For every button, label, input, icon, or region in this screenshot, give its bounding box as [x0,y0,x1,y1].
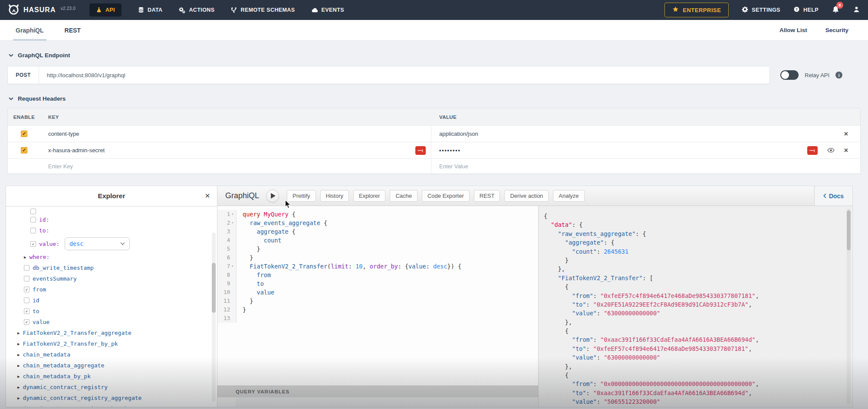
field-checkbox[interactable] [30,209,36,214]
toolbar-button-code-exporter[interactable]: Code Exporter [422,190,470,202]
new-header-key-input[interactable] [48,163,393,170]
expand-arrow-icon[interactable]: ▶ [17,353,20,357]
results-scrollbar[interactable] [847,209,851,404]
reveal-value-icon[interactable] [827,147,835,154]
account-button[interactable] [853,6,860,15]
endpoint-url-input[interactable] [39,66,769,84]
explorer-scrollbar[interactable] [212,232,216,402]
allow-list-link[interactable]: Allow List [779,27,807,33]
enable-checkbox[interactable]: ✓ [21,131,27,137]
field-checkbox[interactable] [30,217,36,222]
scrollbar-thumb[interactable] [212,263,216,313]
explorer-item-to[interactable]: ✓to [6,306,217,317]
explorer-item-value[interactable]: ✓value [6,317,217,327]
field-checkbox[interactable]: ✓ [24,319,30,325]
field-checkbox[interactable]: ✓ [24,308,30,314]
lastpass-icon[interactable]: •••| [807,146,818,155]
nav-item-data[interactable]: DATA [138,7,162,13]
expand-arrow-icon[interactable]: ▶ [17,374,20,379]
toolbar-button-derive-action[interactable]: Derive action [504,190,549,202]
nav-item-events[interactable]: EVENTS [312,7,344,13]
fork-icon [231,7,237,13]
toolbar-button-explorer[interactable]: Explorer [353,190,385,202]
explorer-item-chain_metadata_aggregate[interactable]: ▶chain_metadata_aggregate [6,360,217,371]
explorer-item-chain_metadata_by_pk[interactable]: ▶chain_metadata_by_pk [6,371,217,382]
header-key[interactable]: x-hasura-admin-secret [48,147,105,154]
fold-arrow-icon[interactable]: ▾ [231,219,233,227]
lastpass-icon[interactable]: •••| [415,146,426,155]
field-checkbox[interactable]: ✓ [24,287,30,292]
explorer-item-id[interactable]: id [6,295,217,306]
close-icon[interactable]: × [205,191,210,200]
help-button[interactable]: ? HELP [793,6,819,14]
hasura-brand[interactable]: HASURA v2.23.0 [8,3,76,17]
expand-arrow-icon[interactable]: ▶ [17,363,20,368]
flask-icon [96,7,102,13]
nav-item-actions[interactable]: ACTIONS [179,7,214,13]
security-link[interactable]: Security [825,27,848,33]
field-checkbox[interactable]: ✓ [30,241,36,247]
line-number: 2▾ [217,219,237,227]
explorer-item-chain_metadata[interactable]: ▶chain_metadata [6,349,217,360]
field-checkbox[interactable] [24,298,30,303]
expand-arrow-icon[interactable]: ▶ [17,396,20,400]
sort-order-dropdown[interactable]: desc [65,237,130,250]
query-editor[interactable]: 1▾query MyQuery {2▾ raw_events_aggregate… [217,206,538,386]
results-pane[interactable]: { "data": { "raw_events_aggregate": { "a… [539,206,852,407]
fold-arrow-icon[interactable]: ▾ [231,262,233,271]
fold-arrow-icon[interactable]: ▾ [231,210,233,219]
field-checkbox[interactable] [24,276,30,281]
explorer-item-value[interactable]: ✓value:desc [6,236,217,252]
remove-header-icon[interactable]: × [844,131,848,137]
field-checkbox[interactable] [30,228,36,233]
new-header-value-input[interactable] [439,163,818,170]
header-value[interactable]: application/json [439,131,478,137]
enterprise-button[interactable]: ENTERPRISE [664,3,729,17]
request-headers-section-header[interactable]: Request Headers [9,95,868,102]
expand-arrow-icon[interactable]: ▶ [17,342,20,346]
relay-api-toggle[interactable] [780,70,799,80]
expand-arrow-icon[interactable]: ▶ [17,385,20,389]
graphql-endpoint-section-header[interactable]: GraphQL Endpoint [9,52,868,59]
explorer-item-dynamic_contract_registry_by_pk[interactable]: ▶dynamic_contract_registry_by_pk [6,403,217,407]
toolbar-button-analyze[interactable]: Analyze [553,190,584,202]
toolbar-button-history[interactable]: History [320,190,349,202]
execute-query-button[interactable] [266,190,279,203]
toolbar-button-cache[interactable]: Cache [390,190,418,202]
explorer-item-FiatTokenV2_2_Transfer_aggregate[interactable]: ▶FiatTokenV2_2_Transfer_aggregate [6,327,217,338]
explorer-item-from[interactable]: ✓from [6,284,217,295]
nav-item-remote-schemas[interactable]: REMOTE SCHEMAS [231,7,295,13]
expand-arrow-icon[interactable]: ▶ [17,407,20,407]
notifications-button[interactable]: 8 [832,5,840,15]
field-checkbox[interactable] [24,265,30,271]
explorer-field-list[interactable]: id:to:✓value:desc▶where:db_write_timesta… [6,206,217,407]
explorer-item-FiatTokenV2_2_Transfer_by_pk[interactable]: ▶FiatTokenV2_2_Transfer_by_pk [6,338,217,349]
explorer-item-where[interactable]: ▶where: [6,252,217,262]
expand-arrow-icon[interactable]: ▶ [17,331,20,335]
remove-header-icon[interactable]: × [844,147,848,154]
toolbar-button-rest[interactable]: REST [474,190,500,202]
settings-button[interactable]: SETTINGS [742,6,780,14]
explorer-item-dynamic_contract_registry_aggregate[interactable]: ▶dynamic_contract_registry_aggregate [6,393,217,403]
scrollbar-thumb[interactable] [847,210,851,250]
explorer-item-eventsSummary[interactable]: eventsSummary [6,273,217,284]
docs-button[interactable]: Docs [814,186,852,206]
query-editor-pane[interactable]: 1▾query MyQuery {2▾ raw_events_aggregate… [217,206,539,407]
explorer-item-id[interactable]: id: [6,214,217,225]
nav-item-api[interactable]: API [89,3,122,16]
masked-header-value[interactable]: •••••••• [439,147,461,154]
enable-checkbox[interactable]: ✓ [21,147,27,154]
explorer-item-clipped[interactable] [6,208,217,214]
query-variables-bar[interactable]: QUERY VARIABLES [217,386,538,397]
explorer-item-dynamic_contract_registry[interactable]: ▶dynamic_contract_registry [6,382,217,393]
header-key[interactable]: content-type [48,131,79,137]
info-icon[interactable]: i [835,72,842,79]
explorer-item-db_write_timestamp[interactable]: db_write_timestamp [6,262,217,273]
query-variables-editor[interactable] [217,397,538,407]
result-line: }, [544,362,852,371]
tab-rest[interactable]: REST [62,20,83,41]
tab-graphiql[interactable]: GraphiQL [13,20,46,41]
explorer-item-to[interactable]: to: [6,225,217,236]
toolbar-button-prettify[interactable]: Prettify [287,190,316,202]
expand-arrow-icon[interactable]: ▶ [24,255,26,259]
